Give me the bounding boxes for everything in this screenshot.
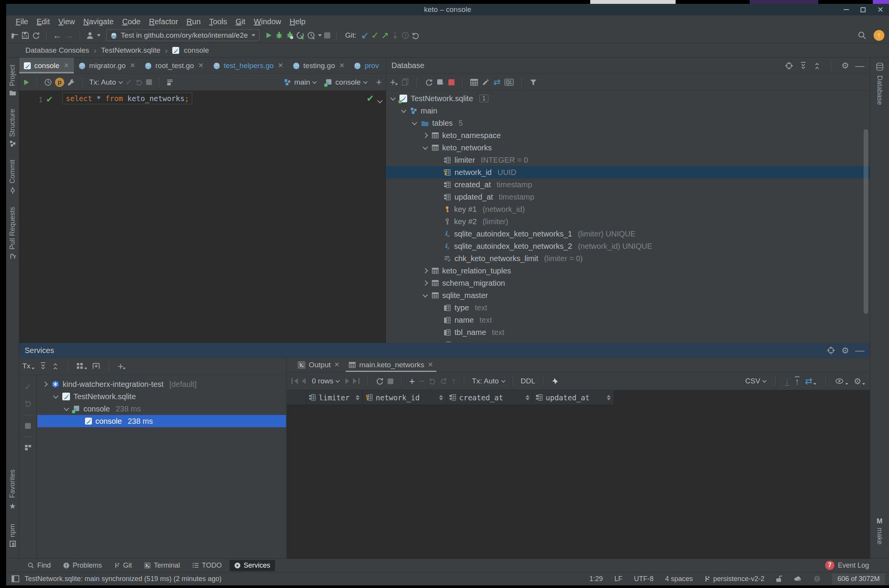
debug-icon[interactable] bbox=[275, 31, 283, 40]
db-tree-row-table[interactable]: keto_networks bbox=[386, 142, 870, 154]
sidebar-item-pull-requests[interactable]: Pull Requests bbox=[8, 207, 17, 260]
sql-editor[interactable]: 1 ✔ select * from keto_networks; ✔ bbox=[19, 91, 386, 343]
scrollbar[interactable] bbox=[864, 129, 868, 314]
db-tree-row-schema[interactable]: main bbox=[386, 105, 870, 117]
menu-git[interactable]: Git bbox=[231, 17, 250, 26]
back-icon[interactable]: ← bbox=[53, 30, 62, 41]
git-rollback-icon[interactable] bbox=[411, 31, 420, 40]
pin-icon[interactable] bbox=[551, 377, 559, 385]
profiler-icon[interactable] bbox=[296, 31, 305, 40]
unlock-icon[interactable] bbox=[776, 575, 782, 582]
toolwindow-services[interactable]: Services bbox=[230, 560, 275, 571]
ql-script-icon[interactable]: QL bbox=[504, 79, 514, 86]
indent-style[interactable]: 4 spaces bbox=[665, 575, 693, 583]
db-tree-row-key[interactable]: key #2 (limiter) bbox=[386, 215, 870, 228]
close-icon[interactable]: ✕ bbox=[339, 62, 345, 70]
add-service-tab-icon[interactable] bbox=[92, 362, 100, 370]
db-tree-row-tables[interactable]: tables 5 bbox=[386, 117, 870, 129]
view-options-icon[interactable] bbox=[835, 377, 848, 385]
scroll-chevron-icon[interactable] bbox=[378, 96, 382, 105]
sidebar-item-npm[interactable]: npm bbox=[8, 524, 17, 547]
menu-code[interactable]: Code bbox=[118, 17, 145, 26]
close-icon[interactable]: ✕ bbox=[428, 361, 433, 369]
db-tree-row-column-clipped[interactable] bbox=[386, 338, 870, 342]
update-available-icon[interactable]: ↑ bbox=[874, 30, 884, 41]
toolwindow-git[interactable]: Git bbox=[110, 560, 137, 571]
hide-panel-icon[interactable]: — bbox=[855, 345, 864, 356]
toolwindow-find[interactable]: Find bbox=[23, 560, 55, 571]
db-tree-row-table[interactable]: schema_migration bbox=[386, 277, 870, 289]
status-message[interactable]: TestNetwork.sqlite: main synchronized (5… bbox=[25, 575, 221, 583]
db-tree-row-column-selected[interactable]: network_id UUID bbox=[386, 166, 870, 178]
sync-icon[interactable] bbox=[32, 31, 40, 40]
db-tree-row-column[interactable]: name text bbox=[386, 314, 870, 326]
menu-run[interactable]: Run bbox=[182, 17, 205, 26]
close-icon[interactable]: ✕ bbox=[64, 62, 69, 70]
db-tree-row-index[interactable]: iu sqlite_autoindex_keto_networks_1 (lim… bbox=[386, 228, 870, 240]
add-row-icon[interactable]: + bbox=[409, 375, 415, 387]
run-configuration-select[interactable]: Test in github.com/ory/keto/internal/e2e bbox=[106, 29, 260, 41]
toolwindow-terminal[interactable]: Terminal bbox=[140, 560, 185, 571]
column-header-created-at[interactable]: created_at bbox=[446, 390, 533, 405]
open-icon[interactable] bbox=[11, 31, 19, 40]
column-header-limiter[interactable]: limiter bbox=[306, 390, 363, 405]
db-tree-row-column[interactable]: type text bbox=[386, 301, 870, 314]
wrench-icon[interactable] bbox=[67, 78, 75, 86]
ddl-button[interactable]: DDL bbox=[521, 377, 535, 385]
execute-icon[interactable] bbox=[23, 79, 30, 86]
collapse-all-icon[interactable] bbox=[52, 362, 59, 370]
search-everywhere-icon[interactable] bbox=[857, 31, 867, 40]
git-push-icon[interactable]: ↗ bbox=[381, 30, 389, 41]
menu-edit[interactable]: Edit bbox=[32, 17, 54, 26]
run-with-coverage-icon[interactable] bbox=[286, 31, 294, 40]
gear-icon[interactable]: ⚙ bbox=[841, 61, 849, 70]
session-select[interactable]: console bbox=[325, 78, 367, 87]
db-tree-row-table[interactable]: keto_relation_tuples bbox=[386, 265, 870, 277]
column-header-network-id[interactable]: network_id bbox=[363, 390, 446, 405]
sidebar-item-database[interactable]: Database bbox=[870, 62, 889, 105]
git-update-icon[interactable]: ↙ bbox=[361, 30, 369, 41]
memory-indicator[interactable]: 606 of 3072M bbox=[832, 573, 885, 585]
file-encoding[interactable]: UTF-8 bbox=[634, 575, 654, 583]
layout-icon[interactable] bbox=[25, 445, 32, 451]
tab-console[interactable]: console ✕ bbox=[19, 58, 74, 73]
run-with-profiler-icon[interactable] bbox=[307, 31, 316, 40]
gear-icon[interactable]: ⚙ bbox=[854, 376, 865, 386]
sidebar-item-commit[interactable]: Commit bbox=[8, 160, 17, 194]
breadcrumb-item[interactable]: TestNetwork.sqlite bbox=[101, 46, 160, 55]
sidebar-item-make[interactable]: M make bbox=[870, 517, 889, 545]
sidebar-item-project[interactable]: Project bbox=[8, 65, 17, 96]
sort-icon[interactable] bbox=[356, 395, 360, 400]
db-tree-row-datasource[interactable]: TestNetwork.sqlite 1 bbox=[386, 92, 870, 105]
tx-mode-select[interactable]: Tx: Auto bbox=[89, 78, 122, 87]
git-branch-widget[interactable]: persistence-v2-2 bbox=[704, 575, 764, 583]
tab-testing-go[interactable]: testing.go ✕ bbox=[288, 58, 350, 73]
event-log-widget[interactable]: 7 Event Log bbox=[825, 561, 869, 570]
export-icon[interactable]: ↑ bbox=[795, 376, 799, 386]
tab-output[interactable]: Output ✕ bbox=[293, 358, 344, 372]
tab-test-helpers-go[interactable]: test_helpers.go ✕ bbox=[208, 58, 288, 73]
run-options-dropdown-icon[interactable] bbox=[318, 34, 322, 37]
toolwindow-todo[interactable]: TODO bbox=[188, 560, 226, 571]
sidebar-item-favorites[interactable]: Favorites ★ bbox=[8, 470, 17, 511]
service-row-kind-cluster[interactable]: kind-watcherx-integration-test [default] bbox=[37, 378, 286, 390]
tx-mode-select[interactable]: Tx: Auto bbox=[472, 377, 505, 385]
close-icon[interactable]: ✕ bbox=[198, 62, 203, 70]
reload-icon[interactable] bbox=[375, 377, 384, 385]
table-data-icon[interactable] bbox=[470, 78, 478, 86]
minimize-icon[interactable] bbox=[844, 9, 849, 10]
tx-dropdown[interactable]: Tx bbox=[22, 362, 35, 370]
sort-icon[interactable] bbox=[439, 395, 443, 400]
tab-migrator-go[interactable]: migrator.go ✕ bbox=[74, 58, 140, 73]
toolwindow-toggle-icon[interactable] bbox=[12, 575, 19, 582]
service-row-datasource[interactable]: TestNetwork.sqlite bbox=[37, 390, 286, 403]
run-icon[interactable] bbox=[265, 32, 273, 39]
add-console-icon[interactable]: + bbox=[376, 76, 382, 88]
menu-file[interactable]: File bbox=[12, 17, 32, 26]
service-row-console-selected[interactable]: console 238 ms bbox=[37, 415, 286, 427]
service-row-console-session[interactable]: console 238 ms bbox=[37, 403, 286, 415]
db-tree-row-column[interactable]: limiter INTEGER = 0 bbox=[386, 154, 870, 166]
expand-all-icon[interactable] bbox=[799, 62, 807, 70]
close-icon[interactable]: ✕ bbox=[130, 62, 135, 70]
locate-icon[interactable] bbox=[785, 62, 793, 70]
